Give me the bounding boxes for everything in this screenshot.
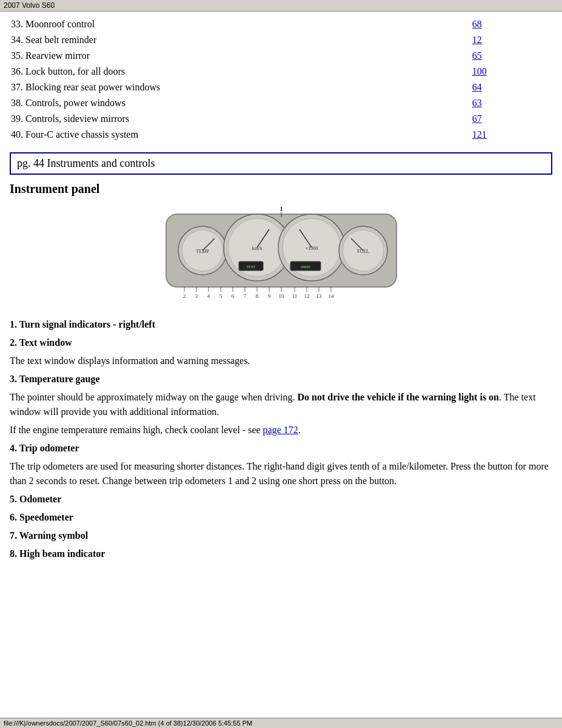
item5-label-text: 5. Odometer [10,494,61,504]
item5-label: 5. Odometer [10,492,552,507]
svg-text:10: 10 [278,293,284,299]
item6-label-text: 6. Speedometer [10,512,73,522]
toc-item-page[interactable]: 63 [471,95,552,111]
item2-label: 2. Text window [10,335,552,350]
item3-body: The pointer should be approximately midw… [10,390,552,419]
svg-text:8: 8 [255,293,258,299]
toc-row: 34. Seat belt reminder12 [10,32,552,48]
item3-bold: Do not drive the vehicle if the warning … [298,392,499,402]
toc-page-link[interactable]: 121 [472,129,487,140]
toc-item-label: 37. Blocking rear seat power windows [10,79,471,95]
item2-label-text: 2. Text window [10,337,72,348]
toc-row: 38. Controls, power windows63 [10,95,552,111]
toc-item-label: 35. Rearview mirror [10,48,471,64]
item3-label: 3. Temperature gauge [10,372,552,386]
title-bar-text: 2007 Volvo S60 [4,1,55,10]
toc-item-label: 34. Seat belt reminder [10,32,471,48]
toc-item-label: 36. Lock button, for all doors [10,64,471,79]
main-content: 33. Moonroof control6834. Seat belt remi… [0,12,562,589]
toc-item-page[interactable]: 12 [471,32,552,48]
instrument-panel-svg: TEMP km/h ×1000 FUEL TEXT 00000 [160,202,403,305]
svg-text:13: 13 [316,293,322,299]
item6-label: 6. Speedometer [10,510,552,525]
svg-text:00000: 00000 [301,265,310,269]
toc-row: 33. Moonroof control68 [10,16,552,32]
svg-text:TEXT: TEXT [246,265,256,269]
item4-label-text: 4. Trip odometer [10,443,79,453]
item1-label: 1. Turn signal indicators - right/left [10,317,552,332]
item7-label: 7. Warning symbol [10,528,552,543]
item4-label: 4. Trip odometer [10,441,552,456]
item3-label-text: 3. Temperature gauge [10,374,100,384]
toc-row: 35. Rearview mirror65 [10,48,552,64]
page172-link[interactable]: page 172 [263,425,298,435]
item2-body: The text window displays information and… [10,354,552,368]
item1-label-text: 1. Turn signal indicators - right/left [10,319,155,329]
toc-item-page[interactable]: 64 [471,79,552,95]
title-bar: 2007 Volvo S60 [0,0,562,12]
svg-text:TEMP: TEMP [196,249,209,254]
section-box: pg. 44 Instruments and controls [10,152,552,175]
item8-label-text: 8. High beam indicator [10,548,105,559]
toc-item-page[interactable]: 65 [471,48,552,64]
item3-extra: If the engine temperature remains high, … [10,423,552,437]
svg-text:1: 1 [279,205,283,212]
section-heading: Instrument panel [10,182,552,196]
svg-text:7: 7 [243,293,246,299]
toc-row: 37. Blocking rear seat power windows64 [10,79,552,95]
toc-table: 33. Moonroof control6834. Seat belt remi… [10,16,552,143]
toc-page-link[interactable]: 67 [472,113,482,124]
item8-label: 8. High beam indicator [10,547,552,561]
svg-text:4: 4 [207,293,210,299]
toc-page-link[interactable]: 63 [472,98,482,108]
svg-text:9: 9 [267,293,270,299]
toc-row: 36. Lock button, for all doors100 [10,64,552,79]
toc-row: 40. Four-C active chassis system121 [10,127,552,143]
status-bar: file:///K|/ownersdocs/2007/2007_S60/07s6… [0,718,562,728]
svg-text:14: 14 [328,293,334,299]
toc-page-link[interactable]: 68 [472,19,482,29]
toc-page-link[interactable]: 65 [472,50,482,61]
svg-text:6: 6 [231,293,234,299]
svg-text:5: 5 [219,293,222,299]
svg-text:11: 11 [292,293,297,299]
status-bar-text: file:///K|/ownersdocs/2007/2007_S60/07s6… [4,720,252,727]
svg-text:3: 3 [195,293,198,299]
item4-body: The trip odometers are used for measurin… [10,459,552,488]
instrument-panel-area: TEMP km/h ×1000 FUEL TEXT 00000 [10,202,552,305]
svg-text:×1000: ×1000 [305,246,318,251]
svg-text:2: 2 [182,293,186,299]
toc-item-label: 40. Four-C active chassis system [10,127,471,143]
toc-item-page[interactable]: 67 [471,111,552,127]
description-section: 1. Turn signal indicators - right/left 2… [10,317,552,561]
toc-item-page[interactable]: 100 [471,64,552,79]
svg-text:km/h: km/h [252,246,261,251]
toc-page-link[interactable]: 64 [472,82,482,92]
svg-text:FUEL: FUEL [357,249,369,254]
toc-item-label: 39. Controls, sideview mirrors [10,111,471,127]
toc-page-link[interactable]: 12 [472,35,482,45]
toc-item-label: 33. Moonroof control [10,16,471,32]
toc-item-page[interactable]: 121 [471,127,552,143]
svg-text:12: 12 [304,293,309,299]
toc-item-page[interactable]: 68 [471,16,552,32]
section-box-text: pg. 44 Instruments and controls [17,157,155,169]
toc-item-label: 38. Controls, power windows [10,95,471,111]
toc-row: 39. Controls, sideview mirrors67 [10,111,552,127]
item7-label-text: 7. Warning symbol [10,530,88,541]
toc-page-link[interactable]: 100 [472,66,487,76]
